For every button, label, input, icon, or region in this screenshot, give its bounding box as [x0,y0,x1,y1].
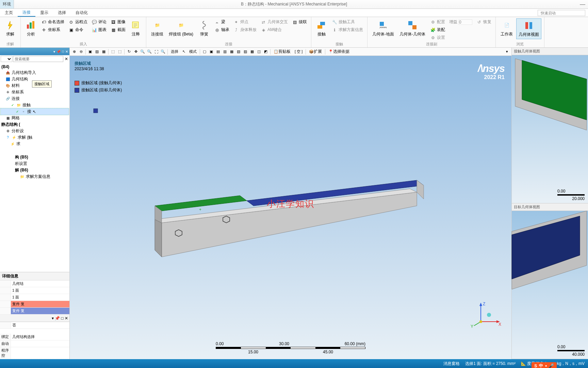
pin-icon[interactable]: 📌 [56,50,61,53]
remote-button[interactable]: ⊙远程点 [67,18,89,26]
search-filter[interactable] [1,56,12,62]
worksheet-button[interactable]: 📄工作表 [499,18,515,39]
detail-comp1[interactable]: 复件 复 [11,301,69,307]
bearing-button[interactable]: ◎轴承 [213,26,231,33]
weld-group-button[interactable]: 📁焊接组 (Beta) [167,18,195,39]
detail-comp2[interactable]: 复件 复 [11,308,69,314]
spring-button[interactable]: 弹簧 [197,18,212,39]
close-icon[interactable]: ✕ [65,50,68,53]
box-icon[interactable]: ▢ [201,49,208,55]
axis-triad[interactable]: Z X Y [471,301,501,328]
3d-viewport[interactable]: 接触区域 2023/4/16 11:38 接触区域 (接触几何体) 接触区域 (… [70,56,511,359]
tree-sol6[interactable]: 解 (B6) [1,167,69,173]
grade-button[interactable]: ▤级联 [291,18,308,26]
tab-connect[interactable]: 连接 [18,9,35,17]
tree-contact[interactable]: ✓📁接触 [1,102,69,108]
dropdown-icon[interactable]: ▾ [504,49,510,55]
detail-no[interactable]: 否 [11,322,69,328]
tree-conn[interactable]: 🔗连接 [1,95,69,102]
cube-icon[interactable]: ▣ [87,49,93,55]
coord-sys-button[interactable]: ✛坐标系 [40,26,66,33]
fit-icon[interactable]: ⛶ [153,49,159,55]
mode-label[interactable]: 模式 [187,49,198,55]
dropdown-icon[interactable]: ▾ 📌 □ ✕ [52,316,68,321]
tool-btn[interactable]: ⊕ [71,49,77,55]
maximize-icon[interactable]: □ [62,50,64,53]
box-icon[interactable]: ◫ [256,49,262,55]
box-icon[interactable]: ▤ [215,49,221,55]
tree-root[interactable]: (B4) [1,64,69,70]
tree-mesh[interactable]: ▦网格 [1,115,69,121]
tree-solve[interactable]: ?⚡求解 (触 [1,134,69,141]
tree-contact-item[interactable]: ✓▫接↖ [1,108,69,115]
zoom-icon[interactable]: 🔍 [160,49,166,55]
tree-analysis2[interactable]: 析设置 [1,160,69,167]
cursor-icon[interactable]: ↖ [181,49,187,55]
cube-icon[interactable]: ▦ [101,49,107,55]
tool-btn[interactable]: ⬚ [117,49,123,55]
ime-badge[interactable]: S 中 • 🎤 [532,362,557,368]
select-label[interactable]: 选择 [169,49,180,55]
cube-icon[interactable]: ▨ [94,49,100,55]
tab-main[interactable]: 主页 [0,9,18,17]
beam-button[interactable]: ⫠梁 [213,18,231,26]
analyze-button[interactable]: 分析 [23,18,38,39]
pin-icon[interactable]: ▾ [53,50,55,53]
section-button[interactable]: ▦截面 [109,26,127,33]
box-icon[interactable]: ▩ [249,49,255,55]
detail-geo-sel[interactable]: 几何结构选择 [11,334,69,340]
status-msg[interactable]: 消息窗格 [443,361,460,367]
assemble-button[interactable]: 🧩装配 [429,26,446,33]
tree-cs[interactable]: ✛坐标系 [1,89,69,95]
pan-icon[interactable]: ✥ [133,49,139,55]
tool-btn[interactable]: ⬚ [110,49,116,55]
box-icon[interactable]: ▣ [208,49,214,55]
cmd-button[interactable]: ▣命令 [67,26,89,33]
target-view[interactable]: 0.00 40.000 [512,211,588,359]
tool-btn[interactable]: ⊖ [78,49,84,55]
zoom-icon[interactable]: 🔍 [146,49,152,55]
search-input[interactable] [13,56,63,62]
tree-geo-import[interactable]: 📥几何结构导入 [1,70,69,76]
chart-button[interactable]: 📊图表 [90,26,108,33]
contact-view[interactable]: 0.00 20.000 [512,55,588,203]
box-icon[interactable]: ▧ [235,49,242,55]
detail-face1[interactable]: 1 面 [11,287,69,294]
clear-icon[interactable]: ✕ [64,56,69,62]
box-icon[interactable]: ▨ [242,49,248,55]
svg-rect-6 [380,22,384,26]
conn-group-button[interactable]: 📁连接组 [149,18,165,39]
tab-show[interactable]: 显示 [35,9,53,17]
box-icon[interactable]: ◩ [263,49,269,55]
box-icon[interactable]: ▥ [222,49,228,55]
detail-auto-v[interactable] [11,340,69,347]
tab-auto[interactable]: 自动化 [71,9,93,17]
detail-seq-v[interactable] [11,347,69,359]
comment-button[interactable]: 💬评论 [90,18,108,26]
contact-button[interactable]: 接触 [314,18,329,39]
solve-button[interactable]: 求解 [3,18,18,39]
minimize-icon[interactable]: — [580,1,585,7]
rotate-icon[interactable]: ↻ [126,49,132,55]
outline-tree[interactable]: (B4) 📥几何结构导入 🟦几何结构 🎨材料 ✛坐标系 🔗连接 ✓📁接触 ✓▫接… [0,63,69,272]
detail-face2[interactable]: 1 面 [11,294,69,301]
body-body-button[interactable]: 几何体-几何体 [397,18,427,39]
ground-button[interactable]: 几何体-地面 [370,18,396,39]
geo-view-button[interactable]: 几何体视图 [516,18,541,39]
box-icon[interactable]: ▦ [229,49,235,55]
tree-static[interactable]: 静态结构 ( [1,121,69,128]
tree-sol[interactable]: ⚡求 [1,141,69,147]
tab-select[interactable]: 选择 [53,9,71,17]
tree-analysis[interactable]: ⚙分析设 [1,128,69,134]
expand-label[interactable]: 📦 扩展 [307,49,324,55]
tree-sol-info[interactable]: 📁求解方案信息 [1,173,69,180]
tree-struct5[interactable]: 构 (B5) [1,154,69,160]
detail-geo[interactable]: 几何结 [11,280,69,287]
annotate-button[interactable]: 注释 [128,18,143,39]
sel-basis-label[interactable]: 📍 选择依据 [327,49,351,55]
image-button[interactable]: 🖼图像 [109,18,127,26]
clipboard-label[interactable]: 📋 剪贴板 [272,49,292,55]
zoom-icon[interactable]: 🔍 [140,49,146,55]
name-sel-button[interactable]: 🏷命名选择 [40,18,66,26]
quick-launch-input[interactable] [538,10,585,16]
